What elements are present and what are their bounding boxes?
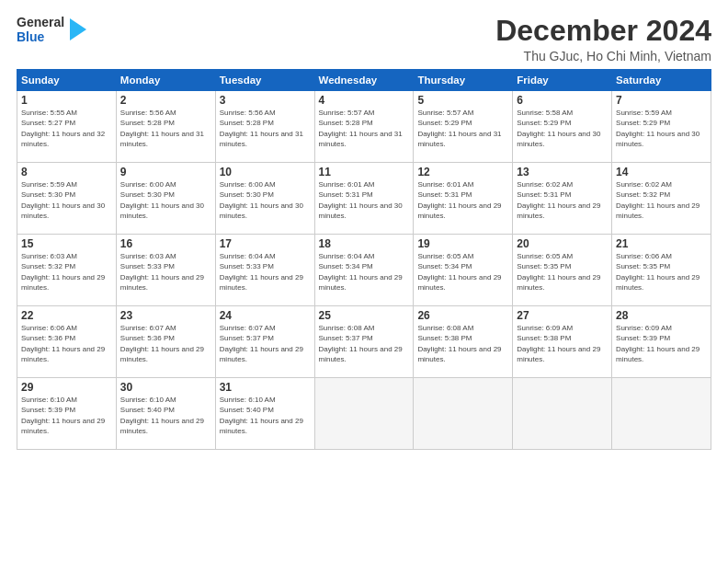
logo: General Blue [17, 15, 88, 44]
day-number: 31 [220, 381, 311, 394]
main-title: December 2024 [495, 15, 711, 47]
header-cell-monday: Monday [116, 70, 215, 91]
calendar-cell: 25Sunrise: 6:08 AM Sunset: 5:37 PM Dayli… [314, 306, 414, 378]
day-info: Sunrise: 5:59 AM Sunset: 5:29 PM Dayligh… [616, 108, 707, 149]
day-info: Sunrise: 6:07 AM Sunset: 5:37 PM Dayligh… [220, 323, 311, 364]
calendar-cell: 5Sunrise: 5:57 AM Sunset: 5:29 PM Daylig… [414, 91, 513, 163]
title-area: December 2024 Thu GJuc, Ho Chi Minh, Vie… [495, 15, 711, 63]
day-number: 11 [319, 166, 410, 178]
calendar-cell: 12Sunrise: 6:01 AM Sunset: 5:31 PM Dayli… [414, 163, 513, 235]
calendar-cell: 3Sunrise: 5:56 AM Sunset: 5:28 PM Daylig… [215, 91, 314, 163]
calendar-cell: 23Sunrise: 6:07 AM Sunset: 5:36 PM Dayli… [116, 306, 215, 378]
calendar-cell: 6Sunrise: 5:58 AM Sunset: 5:29 PM Daylig… [513, 91, 612, 163]
calendar-cell: 17Sunrise: 6:04 AM Sunset: 5:33 PM Dayli… [215, 235, 314, 306]
svg-marker-0 [70, 18, 86, 40]
calendar-cell [414, 378, 513, 450]
calendar-cell: 24Sunrise: 6:07 AM Sunset: 5:37 PM Dayli… [215, 306, 314, 378]
header-cell-sunday: Sunday [17, 70, 117, 91]
day-info: Sunrise: 6:03 AM Sunset: 5:32 PM Dayligh… [21, 251, 112, 293]
day-number: 3 [220, 94, 311, 107]
calendar-week-1: 1Sunrise: 5:55 AM Sunset: 5:27 PM Daylig… [17, 91, 711, 163]
calendar-cell: 4Sunrise: 5:57 AM Sunset: 5:28 PM Daylig… [314, 91, 414, 163]
day-number: 10 [220, 166, 311, 178]
day-info: Sunrise: 6:05 AM Sunset: 5:34 PM Dayligh… [417, 251, 508, 293]
day-number: 2 [120, 94, 211, 107]
day-number: 26 [417, 309, 508, 322]
day-info: Sunrise: 6:06 AM Sunset: 5:35 PM Dayligh… [616, 251, 707, 293]
day-number: 18 [319, 237, 410, 250]
day-info: Sunrise: 6:00 AM Sunset: 5:30 PM Dayligh… [120, 179, 211, 221]
day-number: 13 [517, 166, 608, 178]
day-number: 8 [21, 166, 112, 178]
header-cell-wednesday: Wednesday [314, 70, 414, 91]
day-info: Sunrise: 6:10 AM Sunset: 5:39 PM Dayligh… [21, 395, 112, 436]
header-cell-saturday: Saturday [612, 70, 711, 91]
day-info: Sunrise: 6:02 AM Sunset: 5:32 PM Dayligh… [616, 179, 707, 221]
calendar-cell: 31Sunrise: 6:10 AM Sunset: 5:40 PM Dayli… [215, 378, 314, 450]
day-info: Sunrise: 6:10 AM Sunset: 5:40 PM Dayligh… [220, 395, 311, 436]
subtitle: Thu GJuc, Ho Chi Minh, Vietnam [495, 49, 711, 63]
logo-icon [68, 17, 88, 42]
day-info: Sunrise: 6:06 AM Sunset: 5:36 PM Dayligh… [21, 323, 112, 364]
header-cell-thursday: Thursday [414, 70, 513, 91]
day-number: 14 [616, 166, 707, 178]
calendar-week-2: 8Sunrise: 5:59 AM Sunset: 5:30 PM Daylig… [17, 163, 711, 235]
calendar-cell: 28Sunrise: 6:09 AM Sunset: 5:39 PM Dayli… [612, 306, 711, 378]
day-info: Sunrise: 6:09 AM Sunset: 5:39 PM Dayligh… [616, 323, 707, 364]
day-info: Sunrise: 6:01 AM Sunset: 5:31 PM Dayligh… [417, 179, 508, 221]
day-info: Sunrise: 6:09 AM Sunset: 5:38 PM Dayligh… [517, 323, 608, 364]
calendar-cell: 2Sunrise: 5:56 AM Sunset: 5:28 PM Daylig… [116, 91, 215, 163]
day-info: Sunrise: 5:56 AM Sunset: 5:28 PM Dayligh… [220, 108, 311, 149]
calendar-cell: 26Sunrise: 6:08 AM Sunset: 5:38 PM Dayli… [414, 306, 513, 378]
day-number: 22 [21, 309, 112, 322]
day-info: Sunrise: 5:57 AM Sunset: 5:28 PM Dayligh… [319, 108, 410, 149]
day-info: Sunrise: 6:00 AM Sunset: 5:30 PM Dayligh… [220, 179, 311, 221]
page: General Blue December 2024 Thu GJuc, Ho … [0, 0, 728, 563]
calendar-cell [314, 378, 414, 450]
day-info: Sunrise: 5:59 AM Sunset: 5:30 PM Dayligh… [21, 179, 112, 221]
calendar-cell: 14Sunrise: 6:02 AM Sunset: 5:32 PM Dayli… [612, 163, 711, 235]
calendar-cell: 1Sunrise: 5:55 AM Sunset: 5:27 PM Daylig… [17, 91, 117, 163]
day-number: 15 [21, 237, 112, 250]
day-info: Sunrise: 5:57 AM Sunset: 5:29 PM Dayligh… [417, 108, 508, 149]
calendar-week-3: 15Sunrise: 6:03 AM Sunset: 5:32 PM Dayli… [17, 235, 711, 306]
calendar-cell: 21Sunrise: 6:06 AM Sunset: 5:35 PM Dayli… [612, 235, 711, 306]
day-info: Sunrise: 6:08 AM Sunset: 5:38 PM Dayligh… [417, 323, 508, 364]
day-number: 29 [21, 381, 112, 394]
day-info: Sunrise: 6:02 AM Sunset: 5:31 PM Dayligh… [517, 179, 608, 221]
day-number: 23 [120, 309, 211, 322]
day-number: 1 [21, 94, 112, 107]
calendar-cell: 20Sunrise: 6:05 AM Sunset: 5:35 PM Dayli… [513, 235, 612, 306]
day-info: Sunrise: 6:01 AM Sunset: 5:31 PM Dayligh… [319, 179, 410, 221]
calendar-cell [612, 378, 711, 450]
day-number: 19 [417, 237, 508, 250]
day-number: 12 [417, 166, 508, 178]
calendar-cell: 13Sunrise: 6:02 AM Sunset: 5:31 PM Dayli… [513, 163, 612, 235]
day-info: Sunrise: 6:10 AM Sunset: 5:40 PM Dayligh… [120, 395, 211, 436]
day-number: 21 [616, 237, 707, 250]
calendar-cell: 11Sunrise: 6:01 AM Sunset: 5:31 PM Dayli… [314, 163, 414, 235]
calendar-cell: 8Sunrise: 5:59 AM Sunset: 5:30 PM Daylig… [17, 163, 117, 235]
header-cell-tuesday: Tuesday [215, 70, 314, 91]
calendar-cell: 10Sunrise: 6:00 AM Sunset: 5:30 PM Dayli… [215, 163, 314, 235]
calendar-table: SundayMondayTuesdayWednesdayThursdayFrid… [17, 69, 711, 450]
day-info: Sunrise: 6:04 AM Sunset: 5:33 PM Dayligh… [220, 251, 311, 293]
day-info: Sunrise: 5:55 AM Sunset: 5:27 PM Dayligh… [21, 108, 112, 149]
day-info: Sunrise: 5:58 AM Sunset: 5:29 PM Dayligh… [517, 108, 608, 149]
calendar-week-5: 29Sunrise: 6:10 AM Sunset: 5:39 PM Dayli… [17, 378, 711, 450]
calendar-week-4: 22Sunrise: 6:06 AM Sunset: 5:36 PM Dayli… [17, 306, 711, 378]
day-number: 7 [616, 94, 707, 107]
day-number: 28 [616, 309, 707, 322]
calendar-cell: 9Sunrise: 6:00 AM Sunset: 5:30 PM Daylig… [116, 163, 215, 235]
calendar-cell: 7Sunrise: 5:59 AM Sunset: 5:29 PM Daylig… [612, 91, 711, 163]
day-info: Sunrise: 6:07 AM Sunset: 5:36 PM Dayligh… [120, 323, 211, 364]
day-number: 30 [120, 381, 211, 394]
logo-line2: Blue [17, 29, 64, 44]
calendar-header: SundayMondayTuesdayWednesdayThursdayFrid… [17, 70, 711, 91]
calendar-cell: 16Sunrise: 6:03 AM Sunset: 5:33 PM Dayli… [116, 235, 215, 306]
day-info: Sunrise: 5:56 AM Sunset: 5:28 PM Dayligh… [120, 108, 211, 149]
day-number: 5 [417, 94, 508, 107]
day-number: 6 [517, 94, 608, 107]
day-number: 25 [319, 309, 410, 322]
day-info: Sunrise: 6:04 AM Sunset: 5:34 PM Dayligh… [319, 251, 410, 293]
